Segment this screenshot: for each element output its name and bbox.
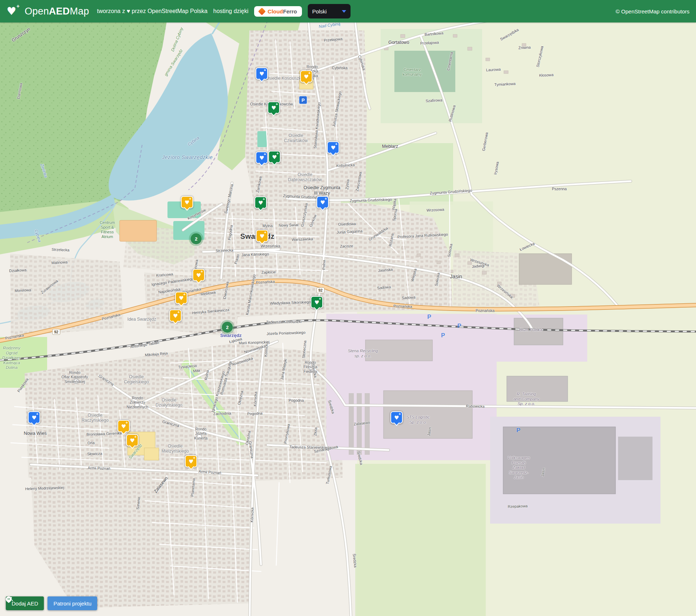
aed-marker-blue[interactable]: ♥+ (256, 67, 268, 80)
aed-marker-blue[interactable]: ♥+ (256, 151, 268, 164)
parking-area-icon: P (517, 427, 521, 434)
patrons-label: Patroni projektu (53, 600, 91, 607)
map-markers-layer: ♥+♥+♥+♥+♥+♥+♥+♥+♥+♥+♥+♥+♥+♥+♥+♥+♥+♥+♥+22… (0, 0, 696, 616)
aed-marker-blue[interactable]: ♥+ (327, 141, 339, 154)
people-icon (6, 596, 13, 602)
aed-marker-yellow[interactable]: ♥+ (192, 269, 205, 281)
aed-marker-blue[interactable]: ♥+ (316, 196, 329, 208)
cloudferro-icon (258, 7, 266, 15)
map-action-buttons: Dodaj AED Patroni projektu (6, 596, 97, 610)
parking-area-icon: P (457, 323, 461, 329)
route-shield: 92 (52, 329, 60, 335)
language-value: Polski (312, 8, 327, 14)
cloudferro-wordmark: CloudFerro (268, 8, 297, 14)
aed-marker-yellow[interactable]: ♥+ (300, 70, 312, 83)
aed-cluster[interactable]: 2 (191, 233, 202, 244)
aed-marker-yellow[interactable]: ♥+ (185, 455, 197, 467)
parking-area-icon: P (441, 332, 445, 339)
route-shield: 92 (316, 287, 324, 293)
chevron-down-icon (342, 10, 346, 13)
aed-marker-yellow[interactable]: ♥+ (181, 196, 193, 208)
patrons-button[interactable]: Patroni projektu (47, 596, 97, 610)
aed-marker-blue[interactable]: ♥+ (390, 411, 403, 424)
app-logo-heart-icon: ♥ + (7, 5, 19, 17)
parking-area-icon: P (427, 314, 431, 320)
aed-marker-yellow[interactable]: ♥+ (256, 230, 268, 242)
aed-marker-yellow[interactable]: ♥+ (117, 420, 130, 432)
aed-marker-blue[interactable]: ♥+ (28, 411, 40, 424)
app-header: ♥ + OpenAEDMap tworzona z ♥ przez OpenSt… (0, 0, 696, 22)
add-aed-label: Dodaj AED (12, 600, 38, 607)
aed-marker-green[interactable]: ♥+ (311, 296, 323, 308)
cloudferro-link[interactable]: CloudFerro (254, 6, 302, 17)
app-title: OpenAEDMap (25, 6, 89, 17)
map-canvas[interactable]: GruszczynGortatowoRondo Leszka GęsikaCme… (0, 0, 696, 616)
header-tagline[interactable]: tworzona z ♥ przez OpenStreetMap Polska (97, 8, 208, 14)
aed-marker-green[interactable]: ♥+ (268, 101, 280, 114)
aed-cluster[interactable]: 2 (222, 322, 233, 333)
aed-marker-green[interactable]: ♥+ (254, 196, 267, 209)
parking-icon: P (299, 96, 307, 104)
aed-marker-yellow[interactable]: ♥+ (175, 292, 187, 304)
aed-marker-green[interactable]: ♥+ (268, 151, 281, 163)
aed-marker-yellow[interactable]: ♥+ (126, 434, 138, 446)
aed-marker-yellow[interactable]: ♥+ (169, 309, 182, 322)
hosting-label: hosting dzięki (213, 8, 248, 14)
language-select[interactable]: Polski (308, 4, 351, 18)
osm-attribution[interactable]: © OpenStreetMap contributors (616, 8, 689, 14)
